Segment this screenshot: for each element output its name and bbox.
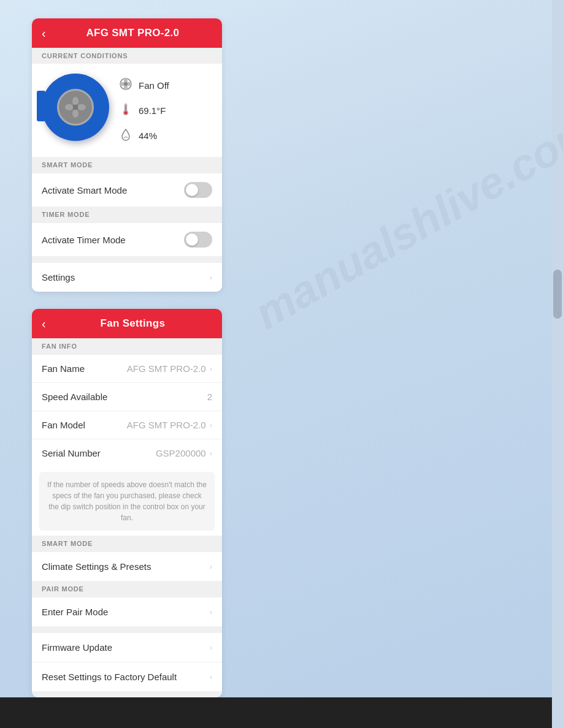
top-card-title: AFG SMT PRO-2.0 [53,27,212,39]
firmware-update-chevron-icon: › [210,643,212,652]
current-conditions-label: CURRENT CONDITIONS [32,48,222,64]
fan-circle-outer [42,74,109,141]
settings-label: Settings [42,272,210,282]
smart-mode-toggle-knob [186,184,198,196]
bottom-smart-mode-label: SMART MODE [32,536,222,552]
fan-status-icon [119,77,132,94]
speed-available-value: 2 [207,392,212,402]
fan-circle-inner [57,89,94,126]
top-card-back-button[interactable]: ‹ [42,26,46,40]
watermark: manualshlive.com [246,104,563,338]
bottom-card: ‹ Fan Settings FAN INFO Fan Name AFG SMT… [32,309,222,697]
fan-mount [37,91,45,121]
fan-status-text: Fan Off [139,80,169,91]
thermometer-svg [120,102,131,116]
bottom-card-back-button[interactable]: ‹ [42,317,46,331]
fan-name-value: AFG SMT PRO-2.0 [127,363,206,374]
activate-timer-mode-row: Activate Timer Mode [32,222,222,256]
fan-name-row[interactable]: Fan Name AFG SMT PRO-2.0 › [32,354,222,382]
timer-mode-label: TIMER MODE [32,207,222,222]
reset-settings-row[interactable]: Reset Settings to Factory Default › [32,662,222,691]
temperature-text: 69.1°F [139,105,166,116]
pair-mode-label: PAIR MODE [32,581,222,597]
conditions-info: Fan Off 69.1°F [119,77,169,144]
activate-timer-mode-label: Activate Timer Mode [42,235,184,245]
enter-pair-mode-row[interactable]: Enter Pair Mode › [32,597,222,626]
bottom-card-title: Fan Settings [53,317,212,330]
scrollbar-thumb[interactable] [553,270,562,319]
speed-available-row: Speed Available 2 [32,382,222,411]
svg-point-1 [72,97,79,105]
serial-number-chevron-icon: › [210,449,212,458]
info-note: If the number of speeds above doesn't ma… [39,472,215,531]
fan-image [42,74,109,147]
humidity-icon [119,127,132,144]
firmware-update-row[interactable]: Firmware Update › [32,632,222,662]
fan-name-chevron-icon: › [210,364,212,373]
smart-mode-toggle[interactable] [184,182,212,198]
fan-status-row: Fan Off [119,77,169,94]
reset-settings-chevron-icon: › [210,672,212,681]
settings-row[interactable]: Settings › [32,262,222,292]
svg-point-15 [124,111,128,114]
speed-available-label: Speed Available [42,392,207,402]
thermometer-icon [119,102,132,119]
smart-mode-label: SMART MODE [32,157,222,173]
temperature-row: 69.1°F [119,102,169,119]
activate-smart-mode-row: Activate Smart Mode [32,173,222,207]
climate-settings-chevron-icon: › [210,562,212,571]
fan-model-value: AFG SMT PRO-2.0 [127,420,206,430]
serial-number-label: Serial Number [42,448,156,458]
humidity-text: 44% [139,131,157,141]
scrollbar[interactable] [552,0,563,728]
firmware-update-label: Firmware Update [42,642,210,653]
enter-pair-mode-chevron-icon: › [210,607,212,616]
svg-point-2 [77,104,86,110]
humidity-row: 44% [119,127,169,144]
timer-mode-toggle[interactable] [184,232,212,248]
svg-point-11 [124,82,128,86]
svg-point-3 [72,109,79,118]
conditions-area: Fan Off 69.1°F [32,64,222,157]
serial-number-value: GSP200000 [156,448,206,458]
fan-blades-svg [65,97,86,118]
humidity-svg [120,127,132,141]
settings-chevron-icon: › [210,273,212,282]
fan-off-svg [119,77,132,91]
timer-mode-toggle-knob [186,233,198,246]
main-container: ‹ AFG SMT PRO-2.0 CURRENT CONDITIONS [32,18,222,715]
climate-settings-row[interactable]: Climate Settings & Presets › [32,552,222,581]
fan-model-row[interactable]: Fan Model AFG SMT PRO-2.0 › [32,411,222,439]
top-card: ‹ AFG SMT PRO-2.0 CURRENT CONDITIONS [32,18,222,292]
svg-point-5 [73,105,78,110]
serial-number-row[interactable]: Serial Number GSP200000 › [32,439,222,467]
reset-settings-label: Reset Settings to Factory Default [42,672,210,682]
svg-point-4 [65,104,74,110]
climate-settings-label: Climate Settings & Presets [42,561,210,572]
fan-model-chevron-icon: › [210,420,212,430]
bottom-card-header: ‹ Fan Settings [32,309,222,338]
fan-model-label: Fan Model [42,420,127,430]
svg-rect-14 [126,105,126,111]
activate-smart-mode-label: Activate Smart Mode [42,185,184,195]
fan-info-label: FAN INFO [32,338,222,354]
enter-pair-mode-label: Enter Pair Mode [42,607,210,617]
top-card-header: ‹ AFG SMT PRO-2.0 [32,18,222,48]
fan-name-label: Fan Name [42,363,127,374]
